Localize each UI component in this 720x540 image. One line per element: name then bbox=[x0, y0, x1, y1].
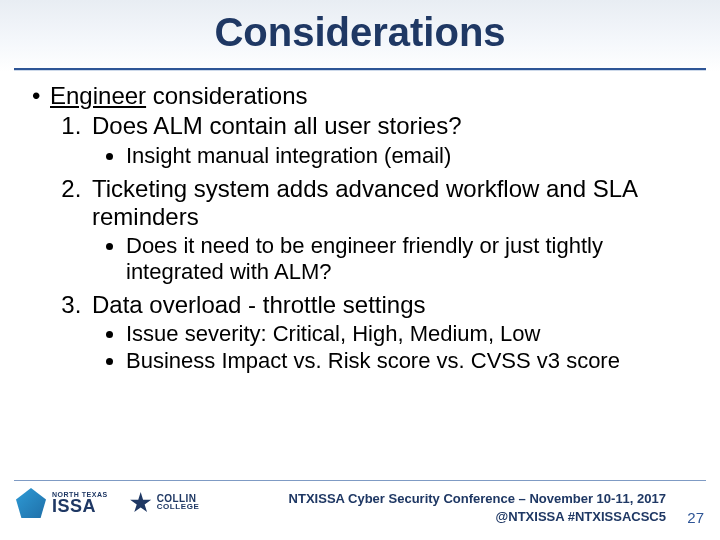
footer-text: NTXISSA Cyber Security Conference – Nove… bbox=[289, 490, 666, 525]
section-heading: • Engineer considerations bbox=[32, 82, 692, 110]
list-item: Data overload - throttle settings Issue … bbox=[88, 291, 692, 374]
title-underline bbox=[14, 68, 706, 70]
sub-item: Does it need to be engineer friendly or … bbox=[126, 233, 692, 285]
slide: Considerations • Engineer considerations… bbox=[0, 0, 720, 540]
footer-line1: NTXISSA Cyber Security Conference – Nove… bbox=[289, 490, 666, 508]
list-item: Ticketing system adds advanced workflow … bbox=[88, 175, 692, 286]
section-underlined: Engineer bbox=[50, 82, 146, 109]
footer-logos: NORTH TEXAS ISSA COLLIN COLLEGE bbox=[16, 488, 200, 518]
footer-line2: @NTXISSA #NTXISSACSC5 bbox=[289, 508, 666, 526]
collin-text: COLLIN COLLEGE bbox=[157, 495, 200, 510]
issa-mark-icon bbox=[16, 488, 46, 518]
slide-title: Considerations bbox=[0, 0, 720, 55]
sub-item: Issue severity: Critical, High, Medium, … bbox=[126, 321, 692, 347]
collin-line2: COLLEGE bbox=[157, 504, 200, 511]
sub-list: Issue severity: Critical, High, Medium, … bbox=[92, 321, 692, 374]
slide-body: • Engineer considerations Does ALM conta… bbox=[0, 72, 720, 374]
title-band: Considerations bbox=[0, 0, 720, 72]
star-icon bbox=[130, 492, 152, 514]
item-text: Ticketing system adds advanced workflow … bbox=[92, 175, 637, 230]
logo-ntxissa: NORTH TEXAS ISSA bbox=[16, 488, 108, 518]
sub-list: Insight manual integration (email) bbox=[92, 143, 692, 169]
footer: NORTH TEXAS ISSA COLLIN COLLEGE NTXISSA … bbox=[0, 480, 720, 540]
bullet-dot: • bbox=[32, 82, 50, 110]
sub-item: Business Impact vs. Risk score vs. CVSS … bbox=[126, 348, 692, 374]
sub-list: Does it need to be engineer friendly or … bbox=[92, 233, 692, 285]
sub-item: Insight manual integration (email) bbox=[126, 143, 692, 169]
footer-divider bbox=[14, 480, 706, 481]
item-text: Does ALM contain all user stories? bbox=[92, 112, 462, 139]
logo-collin: COLLIN COLLEGE bbox=[130, 492, 200, 514]
section-heading-text: Engineer considerations bbox=[50, 82, 692, 110]
page-number: 27 bbox=[687, 509, 704, 526]
item-text: Data overload - throttle settings bbox=[92, 291, 426, 318]
numbered-list: Does ALM contain all user stories? Insig… bbox=[28, 112, 692, 374]
section-rest: considerations bbox=[146, 82, 307, 109]
issa-text: NORTH TEXAS ISSA bbox=[52, 492, 108, 514]
list-item: Does ALM contain all user stories? Insig… bbox=[88, 112, 692, 168]
issa-big: ISSA bbox=[52, 498, 108, 514]
